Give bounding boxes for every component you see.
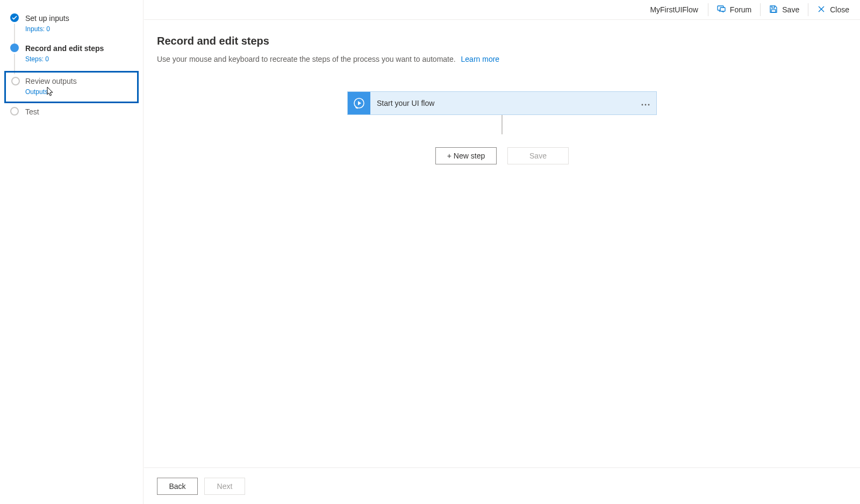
step-title: Set up inputs xyxy=(25,13,137,24)
top-header: MyFirstUIFlow Forum Save xyxy=(144,0,860,20)
flow-save-button[interactable]: Save xyxy=(507,147,569,164)
close-label: Close xyxy=(830,5,849,14)
close-button[interactable]: Close xyxy=(808,0,858,19)
wizard-footer: Back Next xyxy=(144,467,860,504)
svg-rect-2 xyxy=(771,10,776,12)
save-button[interactable]: Save xyxy=(761,0,808,19)
page-description: Use your mouse and keyboard to recreate … xyxy=(157,55,847,63)
forum-icon xyxy=(717,5,726,15)
more-icon xyxy=(641,99,650,107)
step-status-pending-icon xyxy=(10,107,19,116)
flow-card-label: Start your UI flow xyxy=(370,99,635,107)
save-label: Save xyxy=(782,5,799,14)
step-status-current-icon xyxy=(10,44,19,52)
step-status-pending-icon xyxy=(11,77,20,85)
flow-card-menu-button[interactable] xyxy=(635,92,656,114)
svg-point-5 xyxy=(645,104,647,106)
svg-rect-1 xyxy=(720,8,725,11)
flow-action-row: + New step Save xyxy=(157,147,847,164)
step-title: Record and edit steps xyxy=(25,43,137,54)
flow-start-card[interactable]: Start your UI flow xyxy=(347,91,657,115)
step-status-done-icon xyxy=(10,13,19,22)
step-subtitle: Inputs: 0 xyxy=(25,25,137,33)
step-title: Review outputs xyxy=(25,76,134,87)
step-review-outputs[interactable]: Review outputs Outputs xyxy=(4,71,139,103)
save-icon xyxy=(769,5,778,15)
content-area: Record and edit steps Use your mouse and… xyxy=(144,20,860,467)
step-test[interactable]: Test xyxy=(0,104,143,126)
flow-name-label: MyFirstUIFlow xyxy=(640,5,707,14)
page-title: Record and edit steps xyxy=(157,35,847,47)
forum-button[interactable]: Forum xyxy=(708,0,760,19)
step-title: Test xyxy=(25,106,137,117)
flow-connector-line xyxy=(501,115,503,134)
next-button[interactable]: Next xyxy=(204,478,245,495)
uiflow-start-icon xyxy=(348,92,370,114)
main-area: Record and edit steps Use your mouse and… xyxy=(144,20,860,504)
learn-more-link[interactable]: Learn more xyxy=(461,55,500,63)
step-setup-inputs[interactable]: Set up inputs Inputs: 0 xyxy=(0,11,143,41)
step-record-edit[interactable]: Record and edit steps Steps: 0 xyxy=(0,41,143,71)
new-step-button[interactable]: + New step xyxy=(435,147,497,164)
back-button[interactable]: Back xyxy=(157,478,198,495)
svg-point-6 xyxy=(648,104,650,106)
forum-label: Forum xyxy=(730,5,751,14)
close-icon xyxy=(817,5,826,15)
wizard-sidebar: Set up inputs Inputs: 0 Record and edit … xyxy=(0,0,144,504)
page-description-text: Use your mouse and keyboard to recreate … xyxy=(157,55,456,63)
step-subtitle: Outputs xyxy=(25,88,134,96)
step-subtitle: Steps: 0 xyxy=(25,55,137,63)
svg-point-4 xyxy=(642,104,643,106)
